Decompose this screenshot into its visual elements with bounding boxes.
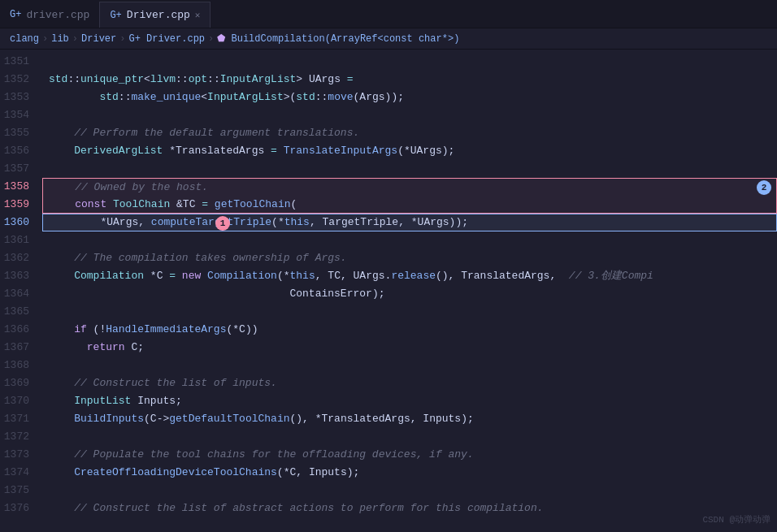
tab-icon-active: G+ bbox=[110, 10, 121, 21]
tab-label-active: Driver.cpp bbox=[127, 9, 190, 21]
code-line-1367: return C; bbox=[42, 339, 777, 357]
code-line-1371: BuildInputs(C->getDefaultToolChain(), *T… bbox=[42, 410, 777, 428]
code-line-1366: if (!HandleImmediateArgs(*C)) bbox=[42, 321, 777, 339]
badge-1: 1 bbox=[215, 216, 230, 231]
code-line-1354 bbox=[42, 106, 777, 124]
breadcrumb-clang[interactable]: clang bbox=[10, 33, 39, 45]
code-line-1362: // The compilation takes ownership of Ar… bbox=[42, 249, 777, 267]
code-line-1351 bbox=[42, 53, 777, 71]
breadcrumb-sep-1: › bbox=[42, 33, 48, 45]
code-line-1375 bbox=[42, 482, 777, 500]
breadcrumb-function[interactable]: ⬟ BuildCompilation(ArrayRef<const char*>… bbox=[217, 32, 459, 45]
code-line-1353: std::make_unique<InputArgList>(std::move… bbox=[42, 89, 777, 106]
badge-2: 2 bbox=[757, 180, 771, 195]
breadcrumb-driver[interactable]: Driver bbox=[81, 33, 116, 45]
tab-icon-inactive: G+ bbox=[10, 9, 21, 20]
tab-label-inactive: driver.cpp bbox=[26, 9, 89, 21]
code-line-1352: std::unique_ptr<llvm::opt::InputArgList>… bbox=[42, 71, 777, 89]
code-line-1373: // Populate the tool chains for the offl… bbox=[42, 446, 777, 464]
watermark: CSDN @动弹动弹 bbox=[702, 511, 770, 529]
code-line-1369: // Construct the list of inputs. bbox=[42, 374, 777, 392]
code-line-1364: ContainsError); bbox=[42, 285, 777, 303]
breadcrumb-sep-4: › bbox=[208, 33, 214, 45]
line-numbers: 1351 1352 1353 1354 1355 1356 1357 1358 … bbox=[0, 50, 42, 532]
code-line-1360: *UArgs, computeTargetTriple(*this, Targe… bbox=[42, 214, 777, 231]
tab-driver-cpp-active[interactable]: G+ Driver.cpp ✕ bbox=[99, 2, 211, 28]
code-line-1358: // Owned by the host. 2 bbox=[42, 178, 777, 196]
tab-bar: G+ driver.cpp G+ Driver.cpp ✕ bbox=[0, 0, 777, 28]
code-line-1374: CreateOffloadingDeviceToolChains(*C, Inp… bbox=[42, 464, 777, 482]
breadcrumb-sep-2: › bbox=[72, 33, 78, 45]
breadcrumb-sep-3: › bbox=[119, 33, 125, 45]
code-line-1359: const ToolChain &TC = getToolChain( bbox=[42, 196, 777, 214]
code-line-1355: // Perform the default argument translat… bbox=[42, 124, 777, 142]
breadcrumb-lib[interactable]: lib bbox=[51, 33, 69, 45]
code-area: 1351 1352 1353 1354 1355 1356 1357 1358 … bbox=[0, 50, 777, 532]
code-line-1368 bbox=[42, 357, 777, 374]
code-line-1357 bbox=[42, 160, 777, 178]
breadcrumb: clang › lib › Driver › G+ Driver.cpp › ⬟… bbox=[0, 28, 777, 50]
code-line-1356: DerivedArgList *TranslatedArgs = Transla… bbox=[42, 142, 777, 160]
tab-close-button[interactable]: ✕ bbox=[195, 10, 201, 20]
code-line-1372 bbox=[42, 428, 777, 446]
code-content: std::unique_ptr<llvm::opt::InputArgList>… bbox=[42, 50, 777, 532]
code-line-1376: // Construct the list of abstract action… bbox=[42, 500, 777, 517]
code-line-1365 bbox=[42, 303, 777, 321]
breadcrumb-file[interactable]: G+ Driver.cpp bbox=[128, 33, 205, 45]
code-line-1363: Compilation *C = new Compilation(*this, … bbox=[42, 267, 777, 285]
code-line-1370: InputList Inputs; bbox=[42, 392, 777, 410]
code-line-1361 bbox=[42, 231, 777, 249]
tab-driver-cpp-inactive[interactable]: G+ driver.cpp bbox=[0, 2, 99, 28]
